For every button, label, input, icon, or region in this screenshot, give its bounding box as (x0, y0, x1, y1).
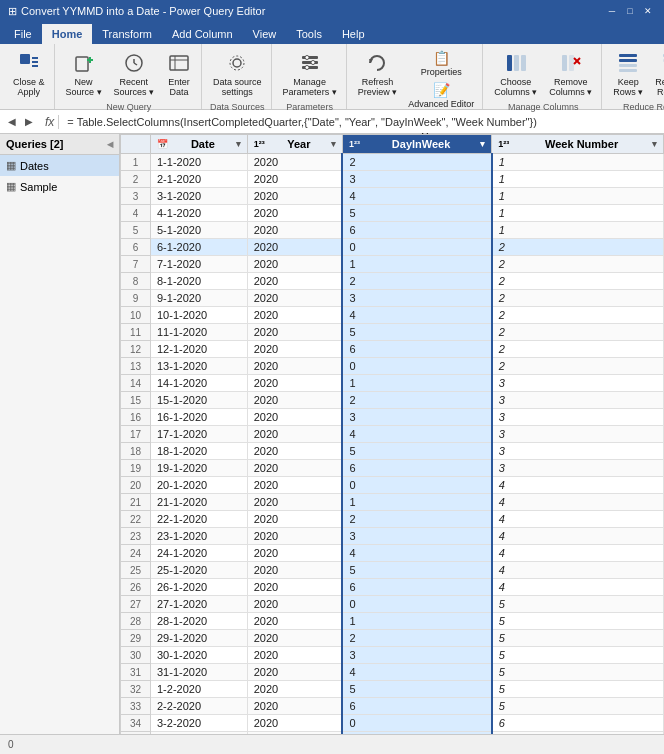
table-header-row: 📅 Date ▾ 1²³ Year ▾ (121, 135, 664, 154)
cell-year: 2020 (247, 647, 342, 664)
formula-back-button[interactable]: ◀ (4, 114, 20, 130)
table-row[interactable]: 1212-1-2020202062 (121, 341, 664, 358)
col-header-dayinweek-filter[interactable]: ▾ (480, 139, 485, 149)
close-button[interactable]: ✕ (640, 4, 656, 18)
cell-year: 2020 (247, 630, 342, 647)
remove-rows-button[interactable]: RemoveRows ▾ (650, 48, 664, 100)
table-row[interactable]: 354-2-2020202016 (121, 732, 664, 735)
cell-weeknumber: 2 (492, 307, 664, 324)
col-header-dayinweek[interactable]: 1²³ DayInWeek ▾ (342, 135, 491, 154)
keep-rows-button[interactable]: KeepRows ▾ (608, 48, 648, 100)
cell-weeknumber: 4 (492, 562, 664, 579)
table-row[interactable]: 2222-1-2020202024 (121, 511, 664, 528)
cell-date: 4-2-2020 (151, 732, 248, 735)
sidebar-item-sample[interactable]: ▦ Sample (0, 176, 119, 197)
tab-transform[interactable]: Transform (92, 24, 162, 44)
col-header-weeknumber[interactable]: 1²³ Week Number ▾ (492, 135, 664, 154)
tab-add-column[interactable]: Add Column (162, 24, 243, 44)
col-header-year[interactable]: 1²³ Year ▾ (247, 135, 342, 154)
cell-weeknumber: 2 (492, 324, 664, 341)
table-row[interactable]: 33-1-2020202041 (121, 188, 664, 205)
table-row[interactable]: 2323-1-2020202034 (121, 528, 664, 545)
remove-columns-button[interactable]: RemoveColumns ▾ (544, 48, 597, 100)
table-row[interactable]: 22-1-2020202031 (121, 171, 664, 188)
table-row[interactable]: 2525-1-2020202054 (121, 562, 664, 579)
table-row[interactable]: 1717-1-2020202043 (121, 426, 664, 443)
cell-weeknumber: 1 (492, 222, 664, 239)
formula-input[interactable] (67, 116, 660, 128)
cell-rownum: 29 (121, 630, 151, 647)
cell-date: 5-1-2020 (151, 222, 248, 239)
data-source-settings-button[interactable]: Data sourcesettings (208, 48, 267, 100)
tab-tools[interactable]: Tools (286, 24, 332, 44)
table-row[interactable]: 3030-1-2020202035 (121, 647, 664, 664)
cell-date: 1-1-2020 (151, 154, 248, 171)
col-header-year-filter[interactable]: ▾ (331, 139, 336, 149)
formula-forward-button[interactable]: ▶ (21, 114, 37, 130)
col-header-date-filter[interactable]: ▾ (236, 139, 241, 149)
table-row[interactable]: 1010-1-2020202042 (121, 307, 664, 324)
table-row[interactable]: 1616-1-2020202033 (121, 409, 664, 426)
tab-help[interactable]: Help (332, 24, 375, 44)
ribbon-group-parameters: ManageParameters ▾ Parameters (274, 44, 347, 109)
col-header-date[interactable]: 📅 Date ▾ (151, 135, 248, 154)
cell-rownum: 28 (121, 613, 151, 630)
ribbon-group-close-buttons: Close &Apply (8, 48, 50, 105)
table-row[interactable]: 1919-1-2020202063 (121, 460, 664, 477)
cell-weeknumber: 2 (492, 256, 664, 273)
table-row[interactable]: 1414-1-2020202013 (121, 375, 664, 392)
svg-rect-25 (562, 55, 567, 71)
cell-rownum: 33 (121, 698, 151, 715)
cell-date: 19-1-2020 (151, 460, 248, 477)
table-row[interactable]: 66-1-2020202002 (121, 239, 664, 256)
table-row[interactable]: 77-1-2020202012 (121, 256, 664, 273)
table-row[interactable]: 1111-1-2020202052 (121, 324, 664, 341)
cell-weeknumber: 5 (492, 613, 664, 630)
table-row[interactable]: 1818-1-2020202053 (121, 443, 664, 460)
table-row[interactable]: 11-1-2020202021 (121, 154, 664, 171)
table-row[interactable]: 55-1-2020202061 (121, 222, 664, 239)
ribbon-group-reduce-rows-buttons: KeepRows ▾ RemoveRows ▾ (608, 48, 664, 100)
tab-home[interactable]: Home (42, 24, 93, 44)
tab-file[interactable]: File (4, 24, 42, 44)
table-row[interactable]: 343-2-2020202006 (121, 715, 664, 732)
table-row[interactable]: 44-1-2020202051 (121, 205, 664, 222)
choose-columns-button[interactable]: ChooseColumns ▾ (489, 48, 542, 100)
manage-parameters-button[interactable]: ManageParameters ▾ (278, 48, 342, 100)
maximize-button[interactable]: □ (622, 4, 638, 18)
cell-year: 2020 (247, 579, 342, 596)
table-row[interactable]: 88-1-2020202022 (121, 273, 664, 290)
advanced-editor-button[interactable]: 📝 Advanced Editor (404, 80, 478, 111)
table-row[interactable]: 3131-1-2020202045 (121, 664, 664, 681)
ribbon-group-query-buttons: RefreshPreview ▾ 📋 Properties 📝 Advanced… (353, 48, 479, 143)
cell-rownum: 35 (121, 732, 151, 735)
refresh-preview-button[interactable]: RefreshPreview ▾ (353, 48, 403, 100)
cell-year: 2020 (247, 171, 342, 188)
table-row[interactable]: 1515-1-2020202023 (121, 392, 664, 409)
table-row[interactable]: 2929-1-2020202025 (121, 630, 664, 647)
table-row[interactable]: 1313-1-2020202002 (121, 358, 664, 375)
col-header-weeknumber-filter[interactable]: ▾ (652, 139, 657, 149)
sidebar-item-dates[interactable]: ▦ Dates (0, 155, 119, 176)
table-row[interactable]: 2727-1-2020202005 (121, 596, 664, 613)
close-apply-button[interactable]: Close &Apply (8, 48, 50, 100)
svg-rect-15 (302, 56, 318, 59)
recent-sources-button[interactable]: RecentSources ▾ (109, 48, 160, 100)
table-row[interactable]: 2020-1-2020202004 (121, 477, 664, 494)
formula-fx-icon: fx (41, 115, 59, 129)
tab-view[interactable]: View (243, 24, 287, 44)
table-row[interactable]: 2121-1-2020202014 (121, 494, 664, 511)
minimize-button[interactable]: ─ (604, 4, 620, 18)
cell-year: 2020 (247, 188, 342, 205)
table-row[interactable]: 2424-1-2020202044 (121, 545, 664, 562)
table-row[interactable]: 2828-1-2020202015 (121, 613, 664, 630)
sidebar-item-dates-label: Dates (20, 160, 49, 172)
new-source-button[interactable]: NewSource ▾ (61, 48, 107, 100)
table-row[interactable]: 332-2-2020202065 (121, 698, 664, 715)
table-row[interactable]: 2626-1-2020202064 (121, 579, 664, 596)
table-row[interactable]: 321-2-2020202055 (121, 681, 664, 698)
table-row[interactable]: 99-1-2020202032 (121, 290, 664, 307)
enter-data-button[interactable]: EnterData (161, 48, 197, 100)
properties-button[interactable]: 📋 Properties (404, 48, 478, 79)
cell-rownum: 20 (121, 477, 151, 494)
